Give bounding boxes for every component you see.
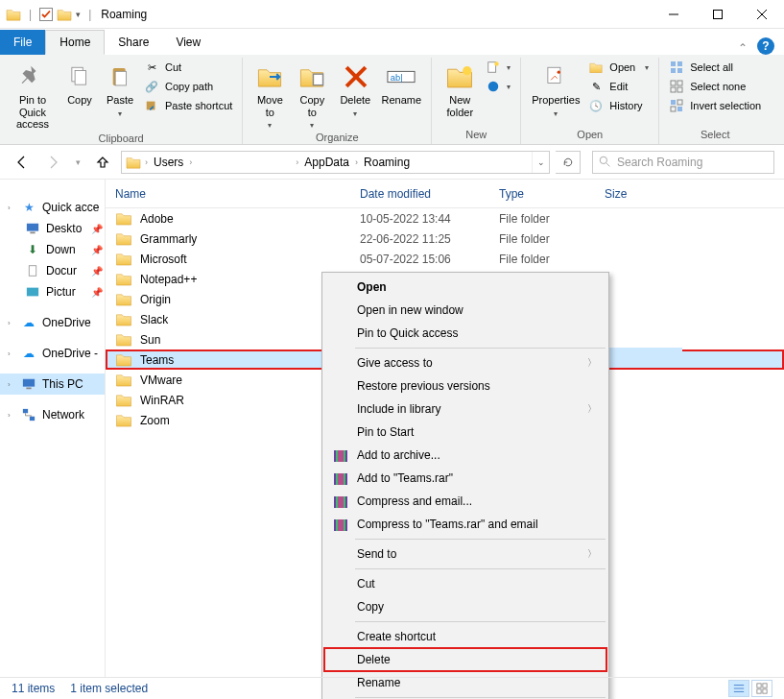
sidebar-item-pictures[interactable]: Pictur📌 [0,281,105,302]
view-details-button[interactable] [728,680,749,697]
select-all-button[interactable]: Select all [669,60,761,75]
sidebar-item-quick-access[interactable]: ›★Quick acce [0,197,105,218]
easy-access-button[interactable]: ▾ [486,79,511,94]
minimize-ribbon-icon[interactable]: ⌃ [738,41,748,55]
sidebar-item-downloads[interactable]: ⬇Down📌 [0,239,105,260]
ctx-send-to[interactable]: Send to〉 [324,542,606,566]
svg-rect-9 [75,71,85,85]
properties-button[interactable]: Properties▾ [527,58,584,118]
ctx-delete[interactable]: Delete [324,648,606,671]
sidebar-item-onedrive-personal[interactable]: ›☁OneDrive - [0,343,105,364]
file-name: Adobe [140,212,174,226]
breadcrumb[interactable]: › Users› › AppData› Roaming ⌄ [121,151,550,174]
cut-button[interactable]: ✂Cut [144,60,232,75]
folder-icon [115,373,132,387]
svg-rect-40 [23,379,35,387]
paste-shortcut-button[interactable]: Paste shortcut [144,98,232,113]
tab-home[interactable]: Home [45,30,105,55]
ctx-add-to-archive[interactable]: Add to archive... [324,444,606,467]
history-button[interactable]: 🕓History [588,98,649,113]
minimize-button[interactable] [652,0,696,29]
pin-icon [17,61,48,92]
invert-selection-button[interactable]: Invert selection [669,98,761,113]
ctx-restore-previous-versions[interactable]: Restore previous versions [324,374,606,398]
folder-icon [115,252,132,266]
back-button[interactable] [10,150,35,175]
ctx-give-access-to[interactable]: Give access to〉 [324,351,606,374]
ctx-open[interactable]: Open [324,276,606,299]
ctx-open-new-window[interactable]: Open in new window [324,299,606,322]
checkbox-icon[interactable] [39,8,53,21]
new-folder-button[interactable]: New folder [438,58,482,118]
svg-rect-20 [548,67,560,83]
column-headers[interactable]: Name Date modified Type Size [106,180,784,208]
ctx-create-shortcut[interactable]: Create shortcut [324,625,606,648]
breadcrumb-seg[interactable]: AppData [302,156,351,169]
refresh-button[interactable] [556,151,581,174]
svg-point-34 [600,157,606,163]
table-row[interactable]: Adobe10-05-2022 13:44File folder [106,208,784,229]
ctx-cut[interactable]: Cut [324,572,606,595]
help-button[interactable]: ? [757,37,774,55]
col-size[interactable]: Size [595,187,691,201]
sidebar-item-onedrive[interactable]: ›☁OneDrive [0,312,105,333]
breadcrumb-seg[interactable]: Users [152,156,185,169]
search-input[interactable]: Search Roaming [592,151,774,174]
copy-path-button[interactable]: 🔗Copy path [144,79,232,94]
svg-rect-31 [677,100,682,105]
pin-icon: 📌 [91,224,103,234]
breadcrumb-dropdown[interactable]: ⌄ [532,152,549,173]
search-icon [599,156,611,168]
copy-button[interactable]: Copy [59,58,100,107]
breadcrumb-seg[interactable]: Roaming [362,156,412,169]
col-type[interactable]: Type [489,187,595,201]
folder-icon [115,312,132,326]
ctx-compress-and-email[interactable]: Compress and email... [324,490,606,513]
paste-button[interactable]: Paste ▾ [100,58,140,118]
forward-button[interactable] [40,150,65,175]
tab-share[interactable]: Share [105,30,162,55]
ctx-add-to-teams-rar[interactable]: Add to "Teams.rar" [324,467,606,490]
edit-button[interactable]: ✎Edit [588,79,649,94]
up-button[interactable] [90,150,115,175]
recent-locations-button[interactable]: ▾ [71,150,84,175]
ctx-include-in-library[interactable]: Include in library〉 [324,398,606,421]
desktop-icon [25,221,40,236]
table-row[interactable]: Microsoft05-07-2022 15:06File folder [106,249,784,269]
pin-icon: 📌 [91,287,103,298]
move-to-button[interactable]: Move to▾ [249,58,291,130]
view-large-icons-button[interactable] [751,680,772,697]
cloud-icon: ☁ [21,346,36,361]
sidebar-item-desktop[interactable]: Deskto📌 [0,218,105,239]
copy-to-button[interactable]: Copy to▾ [291,58,333,130]
col-date[interactable]: Date modified [350,187,489,201]
table-row[interactable]: Grammarly22-06-2022 11:25File folder [106,229,784,249]
delete-button[interactable]: Delete▾ [333,58,377,118]
open-button[interactable]: Open▾ [588,60,649,75]
ctx-copy[interactable]: Copy [324,595,606,618]
col-name[interactable]: Name [106,187,350,201]
select-none-button[interactable]: Select none [669,79,761,94]
file-name: Zoom [140,414,170,427]
tab-file[interactable]: File [0,30,45,55]
sidebar-item-network[interactable]: ›Network [0,404,105,425]
pin-to-quick-access-button[interactable]: Pin to Quick access [6,58,59,131]
svg-rect-28 [671,87,676,92]
sidebar-item-documents[interactable]: Docur📌 [0,260,105,281]
shortcut-icon [144,98,159,113]
properties-icon [540,61,571,92]
sidebar-item-this-pc[interactable]: ›This PC [0,374,105,395]
tab-view[interactable]: View [162,30,214,55]
new-item-button[interactable]: ▾ [486,60,511,75]
rename-button[interactable]: ab| Rename [377,58,425,107]
winrar-icon [332,446,349,464]
star-icon: ★ [21,200,36,215]
file-name: Origin [140,293,171,306]
close-button[interactable] [740,0,784,29]
ctx-pin-quick-access[interactable]: Pin to Quick access [324,322,606,345]
copy-to-icon [297,61,327,92]
svg-rect-36 [27,224,38,231]
ctx-pin-to-start[interactable]: Pin to Start [324,421,606,444]
ctx-compress-teams-and-email[interactable]: Compress to "Teams.rar" and email [324,513,606,536]
maximize-button[interactable] [696,0,740,29]
